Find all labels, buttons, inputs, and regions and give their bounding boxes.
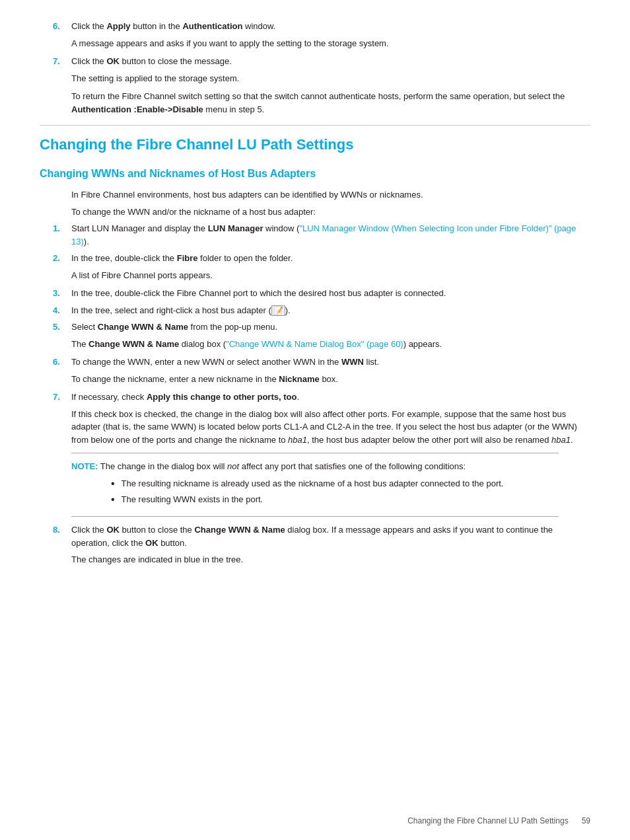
step-1: 1. Start LUN Manager and display the LUN… — [40, 222, 590, 248]
step-2: 2. In the tree, double-click the Fibre f… — [40, 252, 590, 265]
top-steps-section: 6. Click the Apply button in the Authent… — [40, 20, 590, 116]
step-5: 5. Select Change WWN & Name from the pop… — [40, 321, 590, 334]
nickname-bold: Nickname — [279, 374, 319, 384]
note-box: NOTE: The change in the dialog box will … — [71, 453, 559, 517]
change-wwn-bold-5b: Change WWN & Name — [88, 339, 179, 349]
step-4: 4. In the tree, select and right-click a… — [40, 304, 590, 317]
step-7-sub: If this check box is checked, the change… — [71, 408, 590, 447]
note-text: The change in the dialog box will not af… — [100, 461, 466, 471]
ok-bold-top: OK — [106, 56, 120, 66]
section-divider — [40, 125, 590, 126]
return-note: To return the Fibre Channel switch setti… — [71, 90, 590, 116]
step-8: 8. Click the OK button to close the Chan… — [40, 523, 590, 549]
step-7: 7. If necessary, check Apply this change… — [40, 391, 590, 404]
step-6-num: 6. — [53, 356, 71, 369]
lun-manager-link[interactable]: "LUN Manager Window (When Selecting Icon… — [71, 223, 576, 247]
step-8-num: 8. — [53, 523, 71, 549]
step-6-top-num: 6. — [53, 20, 71, 33]
step-1-content: Start LUN Manager and display the LUN Ma… — [71, 222, 590, 248]
bullet-text-1: The resulting nickname is already used a… — [122, 477, 504, 491]
step-7-top-content: Click the OK button to close the message… — [71, 55, 590, 68]
step-7-top-num: 7. — [53, 55, 71, 68]
fibre-bold: Fibre — [177, 253, 198, 263]
footer-chapter-title: Changing the Fibre Channel LU Path Setti… — [407, 815, 569, 827]
step-7-top-sub: The setting is applied to the storage sy… — [71, 72, 590, 85]
step-5-content: Select Change WWN & Name from the pop-up… — [71, 321, 590, 334]
bullet-dot-1: • — [111, 477, 115, 491]
step-7-top: 7. Click the OK button to close the mess… — [40, 55, 590, 68]
step-2-sub: A list of Fibre Channel ports appears. — [71, 269, 590, 282]
lun-manager-bold: LUN Manager — [208, 223, 263, 233]
step-2-content: In the tree, double-click the Fibre fold… — [71, 252, 590, 265]
step-3-num: 3. — [53, 287, 71, 300]
step-1-num: 1. — [53, 222, 71, 248]
step-5-num: 5. — [53, 321, 71, 334]
step-7-content: If necessary, check Apply this change to… — [71, 391, 590, 404]
footer-right: Changing the Fibre Channel LU Path Setti… — [407, 815, 590, 827]
step-6-sub: To change the nickname, enter a new nick… — [71, 373, 590, 386]
step-2-num: 2. — [53, 252, 71, 265]
intro-paragraph-2: To change the WWN and/or the nickname of… — [71, 206, 590, 219]
step-5-sub: The Change WWN & Name dialog box ("Chang… — [71, 338, 590, 351]
intro-paragraph-1: In Fibre Channel environments, host bus … — [71, 188, 590, 202]
change-wwn-bold-5: Change WWN & Name — [98, 322, 188, 332]
step-7-num: 7. — [53, 391, 71, 404]
chapter-title: Changing the Fibre Channel LU Path Setti… — [40, 134, 590, 158]
step-6-top-sub: A message appears and asks if you want t… — [71, 37, 590, 50]
hba1-italic: hba1 — [288, 435, 307, 445]
step-8-sub: The changes are indicated in blue in the… — [71, 553, 590, 566]
hba-icon: 📝 — [271, 305, 285, 316]
step-4-content: In the tree, select and right-click a ho… — [71, 304, 590, 317]
step-3-content: In the tree, double-click the Fibre Chan… — [71, 287, 590, 300]
section-heading: Changing WWNs and Nicknames of Host Bus … — [40, 166, 590, 182]
step-8-content: Click the OK button to close the Change … — [71, 523, 590, 549]
step-6: 6. To change the WWN, enter a new WWN or… — [40, 356, 590, 369]
note-bullet-list: • The resulting nickname is already used… — [111, 477, 559, 508]
auth-enable-disable-bold: Authentication :Enable->Disable — [71, 104, 203, 114]
ok-bold-8b: OK — [145, 538, 158, 548]
hba1-italic-2: hba1 — [551, 435, 571, 445]
bullet-dot-2: • — [111, 493, 115, 507]
step-4-num: 4. — [53, 304, 71, 317]
step-3: 3. In the tree, double-click the Fibre C… — [40, 287, 590, 300]
page-footer: Changing the Fibre Channel LU Path Setti… — [0, 815, 630, 827]
change-wwn-link[interactable]: "Change WWN & Name Dialog Box" (page 60) — [226, 339, 403, 349]
bullet-item-1: • The resulting nickname is already used… — [111, 477, 559, 491]
note-label: NOTE: — [71, 461, 98, 471]
wwn-bold: WWN — [341, 357, 364, 367]
step-6-top-content: Click the Apply button in the Authentica… — [71, 20, 590, 33]
step-6-top: 6. Click the Apply button in the Authent… — [40, 20, 590, 33]
bullet-text-2: The resulting WWN exists in the port. — [122, 493, 263, 507]
auth-bold: Authentication — [182, 21, 242, 31]
bullet-item-2: • The resulting WWN exists in the port. — [111, 493, 559, 507]
not-italic: not — [227, 461, 239, 471]
ok-bold-8: OK — [106, 525, 120, 535]
apply-bold: Apply — [106, 21, 130, 31]
step-6-content: To change the WWN, enter a new WWN or se… — [71, 356, 590, 369]
footer-page-number: 59 — [582, 815, 590, 827]
apply-change-bold: Apply this change to other ports, too — [147, 392, 297, 402]
change-wwn-bold-8: Change WWN & Name — [194, 525, 285, 535]
